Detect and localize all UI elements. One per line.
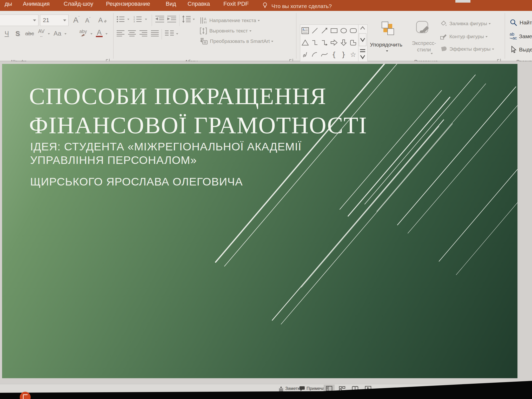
shape-snip-corner-rectangle[interactable] (348, 37, 358, 49)
shape-text-box[interactable]: A (300, 25, 310, 37)
shape-rectangle[interactable] (329, 25, 339, 37)
chevron-down-icon (271, 41, 273, 42)
convert-smartart-button[interactable]: Преобразовать в SmartArt (200, 37, 273, 45)
tab-transitions-fragment[interactable]: ды (5, 1, 12, 7)
quick-styles-label[interactable]: Экспресс-стили (411, 40, 437, 53)
slide-workspace: СПОСОБИ ПОКРАЩЕННЯ ФІНАНСОВОЇ ГРАМОТНОСТ… (0, 61, 532, 384)
justify-button[interactable] (151, 30, 159, 37)
text-direction-button[interactable]: А Направление текста (200, 17, 260, 24)
tab-help[interactable]: Справка (188, 1, 210, 7)
find-button[interactable]: Найти (510, 19, 532, 26)
numbering-button[interactable]: 1 2 3 (133, 15, 142, 23)
right-brace-glyph: } (341, 51, 346, 58)
shape-curve[interactable] (320, 49, 329, 61)
chevron-down-icon (486, 36, 488, 37)
slide-subtitle[interactable]: ІДЕЯ: СТУДЕНТА «МІЖРЕГІОНАЛЬНОЇ АКАДЕМІЇ… (30, 140, 302, 196)
subtitle-line-1: ІДЕЯ: СТУДЕНТА «МІЖРЕГІОНАЛЬНОЇ АКАДЕМІЇ (30, 140, 302, 153)
slide-canvas[interactable]: СПОСОБИ ПОКРАЩЕННЯ ФІНАНСОВОЇ ГРАМОТНОСТ… (2, 64, 517, 378)
shapes-scrollbar[interactable] (358, 25, 367, 63)
shape-line[interactable] (310, 25, 320, 37)
shape-scribble[interactable] (300, 49, 310, 61)
chevron-down-icon[interactable] (193, 19, 195, 20)
font-color-button[interactable]: А (94, 27, 104, 39)
character-spacing-button[interactable]: AV↔ (36, 28, 47, 39)
align-text-button[interactable]: Выровнять текст (200, 27, 251, 35)
shape-down-arrow[interactable] (339, 37, 348, 49)
line-spacing-button[interactable] (182, 15, 191, 23)
font-size-combobox[interactable]: 21 (40, 15, 69, 26)
chevron-down-icon[interactable] (431, 53, 433, 54)
pencil-outline-icon (440, 33, 447, 40)
chevron-down-icon[interactable] (145, 19, 147, 20)
underline-button[interactable]: Ч (2, 28, 12, 39)
shape-arrow[interactable] (320, 25, 329, 37)
shape-triangle[interactable] (300, 37, 310, 49)
shape-right-brace[interactable]: } (339, 49, 348, 61)
chevron-down-icon[interactable] (90, 33, 92, 35)
subtitle-line-3: ЩИРСЬКОГО ЯРОСЛАВА ОЛЕГОВИЧА (30, 175, 243, 188)
align-text-icon (200, 27, 207, 35)
chevron-down-icon[interactable] (127, 19, 129, 20)
chevron-down-icon (249, 30, 251, 32)
grow-font-button[interactable]: Аˆ (71, 15, 82, 25)
shape-elbow-arrow-connector[interactable] (320, 37, 329, 49)
align-text-label: Выровнять текст (209, 28, 248, 34)
search-icon (510, 19, 517, 26)
highlight-color-button[interactable]: aby (77, 27, 89, 39)
shape-outline-button[interactable]: Контур фигуры (440, 33, 488, 40)
slide-title[interactable]: СПОСОБИ ПОКРАЩЕННЯ ФІНАНСОВОЇ ГРАМОТНОСТ… (29, 82, 367, 140)
chevron-down-icon[interactable] (176, 33, 178, 35)
decrease-indent-button[interactable] (155, 15, 165, 23)
replace-button[interactable]: ab ↪ac Заменить (510, 32, 532, 40)
shape-arc[interactable] (310, 49, 320, 61)
change-case-button[interactable]: Аа (51, 28, 63, 39)
arrange-button[interactable] (371, 16, 405, 42)
columns-button[interactable] (165, 30, 174, 37)
tab-slideshow[interactable]: Слайд-шоу (64, 1, 93, 7)
comments-icon (299, 386, 305, 391)
smartart-icon (200, 37, 208, 45)
font-name-combobox[interactable] (0, 15, 38, 26)
align-left-button[interactable] (116, 30, 125, 37)
strikethrough-button[interactable]: abc (23, 28, 36, 39)
chevron-down-icon[interactable] (105, 33, 108, 35)
increase-indent-button[interactable] (167, 15, 177, 23)
shape-star[interactable]: ☆ (348, 49, 358, 61)
font-color-glyph: А (97, 29, 102, 36)
select-button[interactable]: Выделить (510, 46, 532, 54)
tab-foxit-pdf[interactable]: Foxit PDF (223, 1, 249, 7)
clear-formatting-button[interactable]: А (97, 15, 109, 25)
shapes-gallery: A (300, 24, 368, 63)
shape-elbow-connector[interactable] (310, 37, 320, 49)
chevron-down-icon[interactable] (64, 33, 66, 35)
slide-title-line-1: СПОСОБИ ПОКРАЩЕННЯ (29, 82, 367, 111)
shape-rounded-rectangle[interactable] (348, 25, 358, 37)
shape-effects-label: Эффекты фигуры (449, 46, 490, 52)
ribbon-home-panel: 21 Аˆ Аˇ А Ч S abc AV↔ Аа aby А (0, 11, 532, 61)
tab-animation[interactable]: Анимация (23, 1, 50, 7)
eraser-icon (103, 19, 107, 23)
shape-fill-label: Заливка фигуры (449, 21, 487, 26)
tell-me-box[interactable]: Что вы хотите сделать? (271, 3, 332, 9)
shape-oval[interactable] (339, 25, 348, 37)
shrink-font-button[interactable]: Аˇ (83, 16, 93, 25)
chevron-down-icon[interactable] (48, 33, 50, 35)
align-center-button[interactable] (128, 30, 136, 37)
underline-glyph: Ч (5, 30, 9, 37)
ribbon-tab-bar: ды Анимация Слайд-шоу Рецензирование Вид… (0, 0, 532, 11)
shape-right-arrow[interactable] (329, 37, 339, 49)
shape-left-brace[interactable]: { (329, 49, 339, 61)
arrange-label[interactable]: Упорядочить (370, 42, 402, 48)
align-right-button[interactable] (139, 30, 148, 37)
text-shadow-button[interactable]: S (12, 28, 23, 39)
quick-styles-button[interactable] (410, 16, 436, 42)
tab-review[interactable]: Рецензирование (106, 1, 150, 7)
shape-effects-button[interactable]: Эффекты фигуры (440, 46, 494, 52)
highlight-glyph: aby (79, 29, 87, 34)
smartart-label: Преобразовать в SmartArt (210, 38, 270, 44)
bullets-button[interactable] (116, 15, 125, 23)
chevron-down-icon (258, 20, 260, 21)
shape-fill-button[interactable]: Заливка фигуры (440, 20, 491, 27)
chevron-down-icon[interactable] (386, 50, 388, 52)
tab-view[interactable]: Вид (166, 1, 176, 7)
